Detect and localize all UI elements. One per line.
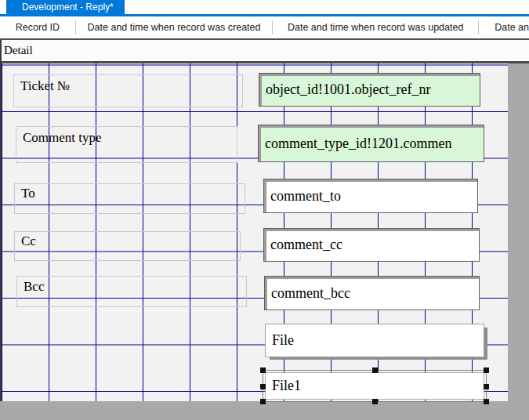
document-tab-label: Development - Reply*	[22, 2, 114, 13]
label-to[interactable]: To	[14, 183, 245, 214]
header-column-date-partial[interactable]: Date an	[479, 16, 529, 38]
resize-handle-middle-right[interactable]	[484, 384, 489, 389]
field-comment-cc[interactable]: comment_cc	[263, 228, 480, 262]
resize-handle-bottom-left[interactable]	[260, 399, 266, 404]
resize-handle-bottom-middle[interactable]	[372, 399, 378, 404]
detail-band-header[interactable]: Detail	[0, 40, 529, 61]
element-file1-selected[interactable]: File1	[263, 370, 487, 402]
field-header-row: Record ID Date and time when record was …	[0, 16, 529, 38]
detail-band-label: Detail	[4, 44, 33, 57]
field-comment-to[interactable]: comment_to	[263, 179, 478, 213]
form-designer-window: Development - Reply* Record ID Date and …	[0, 0, 529, 420]
label-bcc[interactable]: Bcc	[16, 276, 247, 307]
label-ticket-no[interactable]: Ticket №	[13, 74, 243, 107]
right-margin	[508, 63, 529, 420]
resize-handle-bottom-right[interactable]	[484, 399, 489, 404]
header-column-record-id[interactable]: Record ID	[0, 16, 75, 38]
field-comment-type-id[interactable]: comment_type_id!1201.commen	[258, 125, 484, 162]
resize-handle-top-left[interactable]	[260, 368, 266, 373]
label-cc[interactable]: Cc	[14, 231, 241, 261]
field-comment-bcc[interactable]: comment_bcc	[264, 276, 480, 310]
header-column-created[interactable]: Date and time when record was created	[76, 16, 272, 38]
label-comment-type[interactable]: Comment type	[16, 126, 237, 163]
field-object-ref-nr[interactable]: object_id!1001.object_ref_nr	[259, 73, 480, 107]
tab-strip: Development - Reply*	[0, 0, 529, 14]
resize-handle-middle-left[interactable]	[260, 384, 266, 389]
document-tab[interactable]: Development - Reply*	[6, 0, 125, 14]
element-file1-body[interactable]: File1	[265, 372, 484, 400]
bottom-margin	[0, 401, 508, 420]
resize-handle-top-middle[interactable]	[372, 368, 378, 373]
canvas-left-border	[0, 40, 2, 401]
header-column-updated[interactable]: Date and time when record was updated	[273, 16, 478, 38]
resize-handle-top-right[interactable]	[484, 368, 489, 373]
element-file[interactable]: File	[265, 324, 484, 357]
